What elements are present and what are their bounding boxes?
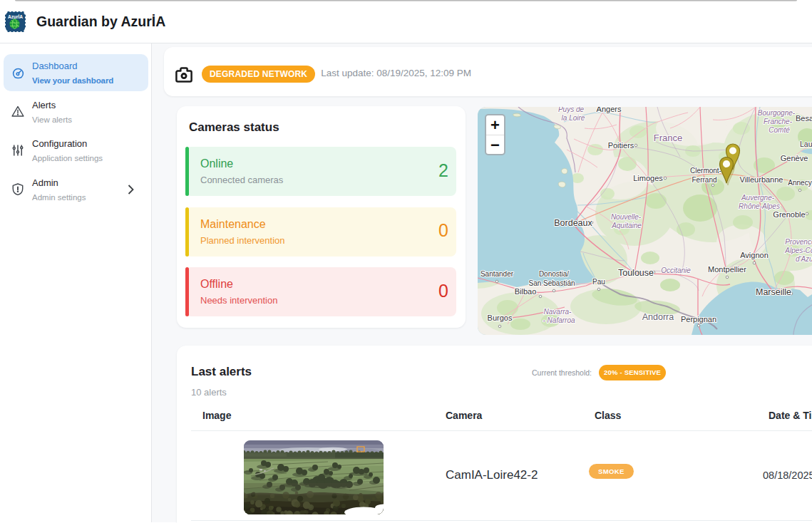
svg-text:Franche-: Franche- <box>764 118 793 125</box>
svg-text:Limoges: Limoges <box>633 174 663 182</box>
svg-text:Alpes-Côte: Alpes-Côte <box>784 247 812 254</box>
svg-text:Navarra-: Navarra- <box>544 308 572 316</box>
svg-text:Avignon: Avignon <box>740 251 769 259</box>
svg-text:France: France <box>654 133 682 143</box>
svg-text:d'Azur: d'Azur <box>796 255 812 263</box>
svg-text:Comté: Comté <box>769 126 790 134</box>
svg-text:Poitiers: Poitiers <box>608 141 634 150</box>
svg-text:Ferrand: Ferrand <box>692 176 716 184</box>
svg-text:Occitanie: Occitanie <box>661 266 691 274</box>
svg-text:Pau: Pau <box>592 278 605 286</box>
svg-text:Aquitaine: Aquitaine <box>611 222 642 229</box>
svg-text:Besan: Besan <box>796 114 812 123</box>
svg-text:Lausa: Lausa <box>800 140 812 148</box>
svg-text:Annecy: Annecy <box>788 179 811 187</box>
svg-text:Santander: Santander <box>480 270 514 278</box>
svg-text:Puys de: Puys de <box>558 107 585 113</box>
svg-text:Toulouse: Toulouse <box>618 268 654 278</box>
svg-text:Nouvelle-: Nouvelle- <box>611 213 642 221</box>
svg-text:Villeurbanne: Villeurbanne <box>740 175 783 184</box>
svg-text:- Nafarroa: - Nafarroa <box>543 316 575 324</box>
svg-text:Angers: Angers <box>597 107 622 113</box>
svg-text:Perpignan: Perpignan <box>681 315 716 323</box>
svg-text:Bordeaux: Bordeaux <box>554 218 592 228</box>
svg-text:Donostia/: Donostia/ <box>539 270 569 278</box>
svg-text:Provence-: Provence- <box>785 238 812 246</box>
svg-text:Clermont-: Clermont- <box>690 167 721 175</box>
svg-text:Burgos: Burgos <box>488 314 513 322</box>
svg-text:Auvergne-: Auvergne- <box>741 194 775 202</box>
svg-text:Bourgogne-: Bourgogne- <box>758 109 796 117</box>
svg-text:San Sebastián: San Sebastián <box>528 279 575 287</box>
svg-text:Montpellier: Montpellier <box>708 265 746 274</box>
svg-text:Marseille: Marseille <box>756 287 791 297</box>
svg-text:Grenoble: Grenoble <box>773 210 805 219</box>
svg-text:la Loire: la Loire <box>562 114 585 122</box>
svg-text:Genève: Genève <box>781 154 808 162</box>
svg-text:Rhône-Alpes: Rhône-Alpes <box>739 202 780 210</box>
svg-text:AzurİA: AzurİA <box>8 14 23 19</box>
svg-text:Andorra: Andorra <box>642 312 674 322</box>
svg-text:Bilbao: Bilbao <box>515 287 537 296</box>
